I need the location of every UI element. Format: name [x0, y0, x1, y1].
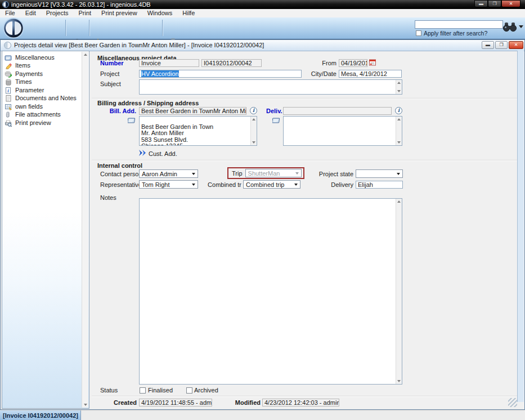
app-window: ingeniousV12 [V3.3.42 - 26.03.12] - inge… — [0, 0, 525, 420]
print-preview-icon — [5, 119, 12, 127]
doc-window-title: Projects detail view [Best Beer Garden i… — [14, 40, 264, 51]
sidebar-item-documents-notes[interactable]: Documents and Notes — [5, 94, 77, 102]
status-label: Status — [100, 387, 118, 394]
scroll-up-icon[interactable] — [397, 82, 401, 84]
search-options-caret-icon[interactable] — [519, 25, 523, 28]
bill-address-textarea[interactable]: Best Beer Garden in Town Mr. Anton Mille… — [139, 116, 257, 146]
trip-highlight-box: Trip ShutterMan — [227, 167, 304, 179]
sidebar-item-print-preview[interactable]: Print preview — [5, 119, 77, 127]
window-title: ingeniousV12 [V3.3.42 - 26.03.12] - inge… — [11, 1, 151, 8]
sidebar-item-label: own fields — [15, 103, 43, 110]
doc-maximize-button[interactable]: ❐ — [495, 41, 508, 49]
trip-dropdown[interactable]: ShutterMan — [245, 169, 302, 177]
maximize-button[interactable]: ❐ — [488, 0, 501, 7]
menu-print-preview[interactable]: Print preview — [96, 9, 142, 17]
scroll-down-icon[interactable] — [252, 141, 255, 144]
project-field[interactable]: HV Accordion — [139, 70, 302, 78]
doc-minimize-button[interactable]: ▬ — [482, 41, 494, 49]
subject-field[interactable] — [139, 79, 402, 95]
scroll-up-icon[interactable] — [84, 53, 87, 56]
dropdown-caret-icon — [295, 172, 299, 175]
combined-trip-dropdown[interactable]: Combined trip — [243, 180, 300, 189]
sidebar-item-times[interactable]: Times — [5, 78, 77, 86]
sidebar-item-file-attachments[interactable]: File attachments — [5, 110, 77, 118]
subject-scrollbar[interactable] — [396, 80, 402, 94]
parameter-icon: i — [5, 87, 12, 94]
minimize-button[interactable]: ▬ — [474, 0, 488, 7]
scroll-down-icon[interactable] — [397, 90, 401, 92]
dropdown-caret-icon — [294, 184, 298, 186]
sidebar-scrollbar[interactable] — [82, 52, 88, 408]
deliv-field[interactable] — [283, 107, 392, 115]
project-state-dropdown[interactable] — [356, 169, 403, 178]
doc-number-field[interactable]: I04192012/00042 — [201, 59, 262, 67]
projects-detail-window: Projects detail view [Best Beer Garden i… — [0, 39, 525, 410]
contact-person-dropdown[interactable]: Aaron Admin — [139, 169, 198, 178]
sidebar-item-label: Parameter — [15, 87, 44, 93]
city-date-field[interactable]: Mesa, 4/19/2012 — [339, 70, 402, 78]
section-header-address: Billing address / Shipping address — [97, 100, 199, 106]
from-date-field[interactable]: 04/19/2012 — [339, 59, 367, 67]
pencil-icon — [5, 62, 12, 69]
scroll-up-icon[interactable] — [397, 118, 401, 120]
subject-label: Subject — [100, 81, 121, 88]
fields-grid-icon — [5, 103, 12, 110]
finalised-checkbox[interactable] — [140, 387, 146, 394]
menu-windows[interactable]: Windows — [142, 9, 178, 17]
ingenious-logo-icon[interactable] — [3, 17, 24, 39]
document-icon — [5, 95, 12, 102]
menu-hilfe[interactable]: Hilfe — [177, 9, 200, 17]
archived-checkbox[interactable] — [186, 387, 192, 394]
scroll-up-icon[interactable] — [397, 200, 401, 203]
modified-field: 4/23/2012 12:42:03 - admin — [262, 399, 339, 406]
scroll-down-icon[interactable] — [397, 141, 401, 144]
search-binoculars-icon[interactable] — [502, 21, 517, 33]
bill-info-icon[interactable]: i — [250, 107, 257, 114]
notebook-icon — [5, 54, 12, 61]
city-date-label: City/Date — [293, 70, 336, 78]
bill-address-book-icon[interactable] — [128, 117, 136, 124]
ship-address-book-icon[interactable] — [272, 117, 281, 124]
close-button[interactable]: ✕ — [501, 0, 520, 7]
representative-dropdown[interactable]: Tom Right — [139, 180, 198, 189]
modified-label: Modified — [228, 399, 261, 406]
footer-divider — [92, 396, 517, 397]
times-icon — [5, 78, 12, 86]
ship-address-scrollbar[interactable] — [396, 117, 402, 145]
paperclip-icon — [5, 111, 12, 118]
sidebar-item-label: Items — [15, 62, 30, 69]
sidebar-item-items[interactable]: Items — [5, 61, 77, 69]
apply-filter-checkbox[interactable] — [416, 30, 421, 36]
menu-projects[interactable]: Projects — [41, 9, 74, 17]
menu-file[interactable]: File — [0, 9, 20, 17]
calendar-picker-icon[interactable] — [369, 59, 376, 66]
menu-edit[interactable]: Edit — [20, 9, 41, 17]
scroll-down-icon[interactable] — [84, 404, 87, 406]
cust-add-label[interactable]: Cust. Add. — [149, 150, 177, 158]
search-input[interactable] — [415, 20, 503, 29]
doc-vertical-scrollbar[interactable] — [517, 51, 524, 402]
sidebar-item-own-fields[interactable]: own fields — [5, 102, 77, 110]
section-header-internal: Internal control — [97, 162, 142, 169]
sidebar-item-payments[interactable]: Payments — [5, 70, 77, 78]
notes-scrollbar[interactable] — [396, 199, 402, 384]
bill-add-label: Bill. Add. — [102, 108, 136, 115]
sidebar-item-parameter[interactable]: i Parameter — [5, 86, 77, 94]
scroll-up-icon[interactable] — [252, 118, 255, 120]
resize-grip[interactable] — [508, 398, 517, 407]
scroll-down-icon[interactable] — [397, 380, 401, 382]
ship-address-textarea[interactable] — [283, 116, 402, 146]
doc-close-button[interactable]: ✕ — [509, 41, 523, 49]
delivery-field[interactable]: Elijah — [356, 181, 403, 189]
app-icon — [2, 1, 9, 8]
doc-type-field[interactable]: Invoice — [139, 59, 199, 67]
menu-print[interactable]: Print — [73, 9, 96, 17]
cust-add-chevrons-icon[interactable] — [138, 149, 147, 157]
bill-address-scrollbar[interactable] — [250, 117, 257, 145]
deliv-info-icon[interactable]: i — [395, 107, 402, 114]
sidebar-item-miscellaneous[interactable]: Miscellaneous — [5, 53, 77, 61]
bill-add-field[interactable]: Best Beer Garden in TownMr Anton Miller — [139, 107, 246, 115]
project-label: Project — [100, 70, 119, 78]
notes-textarea[interactable] — [139, 198, 402, 385]
deliv-label: Deliv. — [266, 108, 282, 115]
